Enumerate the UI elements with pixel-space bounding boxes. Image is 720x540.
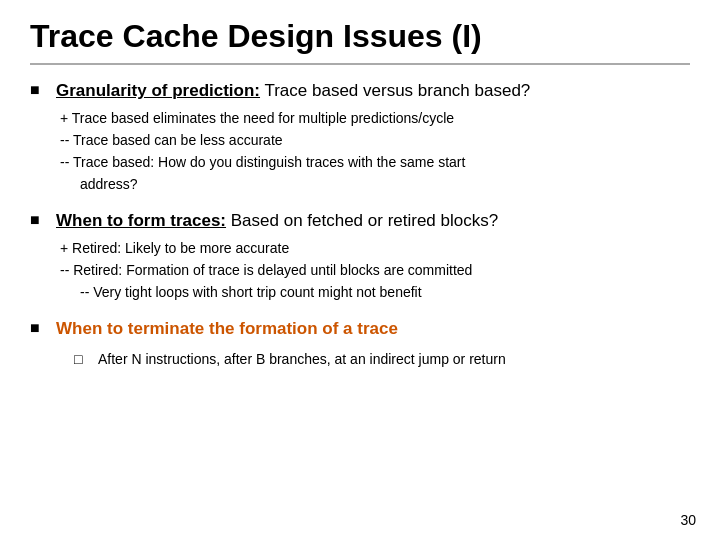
- list-item: □ After N instructions, after B branches…: [56, 349, 690, 370]
- list-item: + Retired: Likely to be more accurate: [56, 238, 690, 259]
- bullet-1-heading: Granularity of prediction: Trace based v…: [56, 79, 690, 103]
- bullet-2-subbullets: + Retired: Likely to be more accurate --…: [56, 238, 690, 303]
- text: Trace based: How do you distinguish trac…: [73, 154, 465, 170]
- bullet-1-content: Granularity of prediction: Trace based v…: [56, 79, 690, 195]
- list-item: -- Trace based can be less accurate: [56, 130, 690, 151]
- prefix: +: [60, 240, 72, 256]
- text: Retired: Formation of trace is delayed u…: [73, 262, 472, 278]
- prefix: +: [60, 110, 72, 126]
- bullet-3-dot: ■: [30, 319, 46, 337]
- list-item: + Trace based eliminates the need for mu…: [56, 108, 690, 129]
- bullet-1-heading-underline: Granularity of prediction:: [56, 81, 260, 100]
- list-item: -- Retired: Formation of trace is delaye…: [56, 260, 690, 281]
- bullet-1-dot: ■: [30, 81, 46, 99]
- bullet-2-heading-rest: Based on fetched or retired blocks?: [226, 211, 498, 230]
- square-content: After N instructions, after B branches, …: [98, 349, 506, 370]
- text: Retired: Likely to be more accurate: [72, 240, 289, 256]
- bullet-2-heading-underline: When to form traces:: [56, 211, 226, 230]
- text: address?: [80, 176, 138, 192]
- bullet-2-content: When to form traces: Based on fetched or…: [56, 209, 690, 303]
- prefix: --: [60, 154, 73, 170]
- bullet-3-heading: When to terminate the formation of a tra…: [56, 317, 690, 341]
- text: Very tight loops with short trip count m…: [93, 284, 421, 300]
- bullet-1-heading-rest: Trace based versus branch based?: [260, 81, 530, 100]
- prefix: --: [60, 262, 73, 278]
- text: Trace based can be less accurate: [73, 132, 283, 148]
- bullet-section-2: ■ When to form traces: Based on fetched …: [30, 209, 690, 303]
- page-number: 30: [680, 512, 696, 528]
- bullet-1-subbullets: + Trace based eliminates the need for mu…: [56, 108, 690, 195]
- content-area: ■ Granularity of prediction: Trace based…: [30, 79, 690, 522]
- bullet-3-heading-orange: When to terminate the formation of a tra…: [56, 319, 398, 338]
- list-item: address?: [56, 174, 690, 195]
- bullet-section-3: ■ When to terminate the formation of a t…: [30, 317, 690, 371]
- bullet-section-1: ■ Granularity of prediction: Trace based…: [30, 79, 690, 195]
- list-item: -- Very tight loops with short trip coun…: [56, 282, 690, 303]
- bullet-3-content: When to terminate the formation of a tra…: [56, 317, 690, 371]
- slide-title: Trace Cache Design Issues (I): [30, 18, 690, 65]
- text: Trace based eliminates the need for mult…: [72, 110, 454, 126]
- square-dot: □: [74, 351, 88, 367]
- slide: Trace Cache Design Issues (I) ■ Granular…: [0, 0, 720, 540]
- prefix: --: [80, 284, 93, 300]
- bullet-2-dot: ■: [30, 211, 46, 229]
- bullet-3-subbullets: □ After N instructions, after B branches…: [56, 345, 690, 370]
- prefix: --: [60, 132, 73, 148]
- bullet-2-heading: When to form traces: Based on fetched or…: [56, 209, 690, 233]
- list-item: -- Trace based: How do you distinguish t…: [56, 152, 690, 173]
